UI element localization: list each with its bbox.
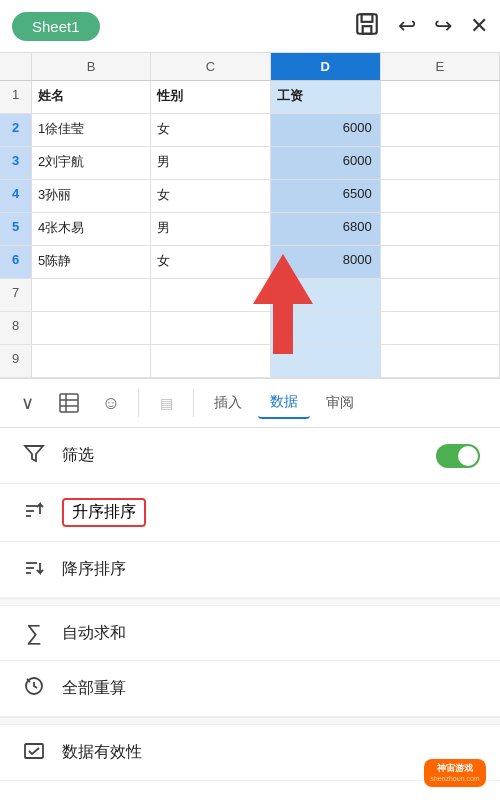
- table-row: 5 4张木易 男 6800: [0, 213, 500, 246]
- table-row: 7: [0, 279, 500, 312]
- filter-label: 筛选: [62, 445, 422, 466]
- cell-b6[interactable]: 5陈静: [32, 246, 151, 278]
- row-num-3: 3: [0, 147, 32, 179]
- svg-rect-16: [25, 744, 43, 758]
- table-row: 2 1徐佳莹 女 6000: [0, 114, 500, 147]
- cell-c7[interactable]: [151, 279, 270, 311]
- toolbar-tab-insert[interactable]: 插入: [202, 388, 254, 418]
- col-header-d[interactable]: D: [271, 53, 381, 80]
- row-num-7: 7: [0, 279, 32, 311]
- toolbar-table-icon[interactable]: [50, 384, 88, 422]
- autosum-label: 自动求和: [62, 623, 480, 644]
- cell-c6[interactable]: 女: [151, 246, 270, 278]
- cell-c1[interactable]: 性别: [151, 81, 270, 113]
- col-header-rownum: [0, 53, 32, 80]
- cell-e1[interactable]: [381, 81, 500, 113]
- menu-divider-2: [0, 717, 500, 725]
- cell-e3[interactable]: [381, 147, 500, 179]
- table-row: 3 2刘宇航 男 6000: [0, 147, 500, 180]
- cell-d3[interactable]: 6000: [271, 147, 381, 179]
- cell-e8[interactable]: [381, 312, 500, 344]
- cell-b4[interactable]: 3孙丽: [32, 180, 151, 212]
- svg-marker-8: [25, 446, 43, 461]
- spreadsheet: B C D E 1 姓名 性别 工资 2 1徐佳莹 女 6000 3 2刘宇航 …: [0, 52, 500, 378]
- cell-e9[interactable]: [381, 345, 500, 377]
- sheet-tab[interactable]: Sheet1: [12, 12, 100, 41]
- sort-desc-label: 降序排序: [62, 559, 480, 580]
- menu-item-autosum[interactable]: ∑ 自动求和: [0, 606, 500, 661]
- recalc-icon: [20, 675, 48, 702]
- menu-item-sort-asc[interactable]: 升序排序: [0, 484, 500, 542]
- cell-d4[interactable]: 6500: [271, 180, 381, 212]
- col-headers: B C D E: [0, 53, 500, 81]
- close-icon[interactable]: ✕: [470, 13, 488, 39]
- save-icon[interactable]: [354, 11, 380, 42]
- cell-e7[interactable]: [381, 279, 500, 311]
- toolbar-face-icon[interactable]: ☺: [92, 384, 130, 422]
- toolbar-text-icon[interactable]: ▤: [147, 384, 185, 422]
- cell-e5[interactable]: [381, 213, 500, 245]
- toolbar-chevron-icon[interactable]: ∨: [8, 384, 46, 422]
- row-num-9: 9: [0, 345, 32, 377]
- menu-item-sort-desc[interactable]: 降序排序: [0, 542, 500, 598]
- sort-desc-icon: [20, 556, 48, 583]
- datavalid-icon: [20, 739, 48, 766]
- bottom-logo: 神宙游戏 shenzhoun.com: [420, 748, 490, 798]
- redo-icon[interactable]: ↪: [434, 13, 452, 39]
- cell-b8[interactable]: [32, 312, 151, 344]
- toolbar-separator-2: [193, 389, 194, 417]
- toolbar-tab-data[interactable]: 数据: [258, 387, 310, 419]
- sort-asc-icon: [20, 499, 48, 526]
- logo-text: 神宙游戏: [430, 763, 479, 775]
- top-bar: Sheet1 ↩ ↪ ✕: [0, 0, 500, 52]
- col-header-c[interactable]: C: [151, 53, 270, 80]
- svg-rect-0: [357, 14, 377, 34]
- col-header-b[interactable]: B: [32, 53, 151, 80]
- toolbar-separator: [138, 389, 139, 417]
- cell-c4[interactable]: 女: [151, 180, 270, 212]
- cell-b9[interactable]: [32, 345, 151, 377]
- logo-sub: shenzhoun.com: [430, 774, 479, 783]
- sigma-icon: ∑: [20, 620, 48, 646]
- cell-d9[interactable]: [271, 345, 381, 377]
- menu-item-recalc[interactable]: 全部重算: [0, 661, 500, 717]
- cell-c5[interactable]: 男: [151, 213, 270, 245]
- cell-d7[interactable]: [271, 279, 381, 311]
- cell-d6[interactable]: 8000: [271, 246, 381, 278]
- table-row: 4 3孙丽 女 6500: [0, 180, 500, 213]
- table-row: 1 姓名 性别 工资: [0, 81, 500, 114]
- cell-c9[interactable]: [151, 345, 270, 377]
- cell-e2[interactable]: [381, 114, 500, 146]
- menu-item-filter[interactable]: 筛选: [0, 428, 500, 484]
- datavalid-label: 数据有效性: [62, 742, 480, 763]
- menu-section: 筛选 升序排序 降序排序: [0, 428, 500, 781]
- sort-asc-label: 升序排序: [62, 498, 146, 527]
- cell-b3[interactable]: 2刘宇航: [32, 147, 151, 179]
- top-icons: ↩ ↪ ✕: [354, 11, 488, 42]
- filter-toggle[interactable]: [436, 444, 480, 468]
- toolbar-tab-review[interactable]: 审阅: [314, 388, 366, 418]
- row-num-2: 2: [0, 114, 32, 146]
- cell-b5[interactable]: 4张木易: [32, 213, 151, 245]
- toolbar: ∨ ☺ ▤ 插入 数据 审阅: [0, 378, 500, 428]
- cell-b1[interactable]: 姓名: [32, 81, 151, 113]
- undo-icon[interactable]: ↩: [398, 13, 416, 39]
- cell-b7[interactable]: [32, 279, 151, 311]
- cell-e6[interactable]: [381, 246, 500, 278]
- cell-c3[interactable]: 男: [151, 147, 270, 179]
- svg-rect-1: [362, 14, 373, 22]
- row-num-1: 1: [0, 81, 32, 113]
- cell-b2[interactable]: 1徐佳莹: [32, 114, 151, 146]
- cell-c8[interactable]: [151, 312, 270, 344]
- svg-rect-2: [363, 26, 372, 34]
- table-row: 9: [0, 345, 500, 378]
- svg-rect-4: [60, 394, 78, 412]
- cell-d5[interactable]: 6800: [271, 213, 381, 245]
- cell-d2[interactable]: 6000: [271, 114, 381, 146]
- cell-d1[interactable]: 工资: [271, 81, 381, 113]
- cell-e4[interactable]: [381, 180, 500, 212]
- col-header-e[interactable]: E: [381, 53, 500, 80]
- table-row: 6 5陈静 女 8000: [0, 246, 500, 279]
- cell-d8[interactable]: [271, 312, 381, 344]
- cell-c2[interactable]: 女: [151, 114, 270, 146]
